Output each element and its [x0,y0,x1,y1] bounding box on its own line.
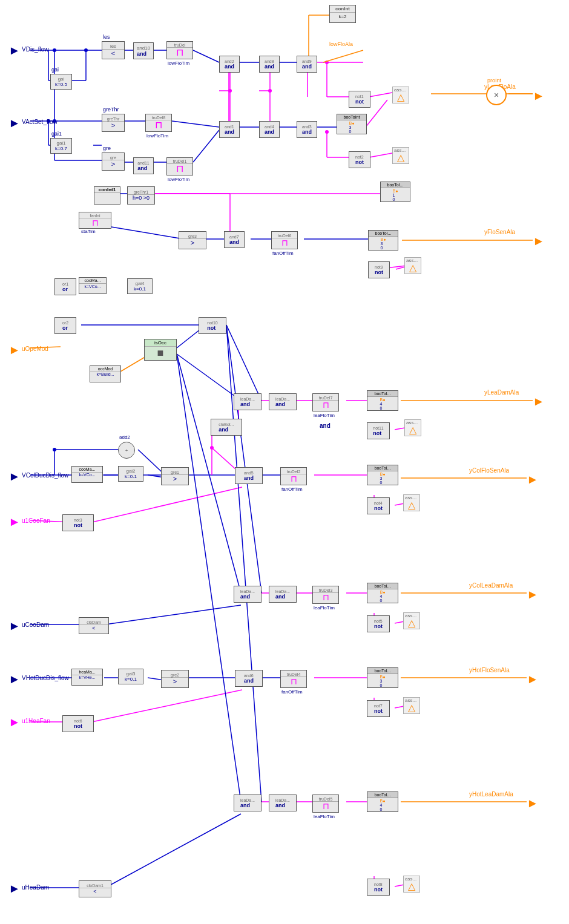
ass7-block: ass... △ [403,697,420,714]
uOpeMod-input: ► [8,343,21,357]
booToI5-block: booToI... B● 3 0 [367,465,398,485]
svg-line-104 [323,50,363,62]
gre-label: gre [103,145,111,151]
svg-point-134 [53,448,56,451]
truDel5-block: truDel5 ⊓ [312,795,339,813]
VHotDucDis_flow-input: ► [8,672,21,686]
VColDucDis_flow-input: ► [8,470,21,483]
and4-block: and4 and [259,121,280,138]
greThr1-block: greThr1 h=0 >0 [127,186,155,205]
leaDa4-block: leaDa... and [269,586,297,603]
leaDa6-block: leaDa... and [269,795,297,811]
svg-line-112 [92,487,242,522]
truDel8-sublabel: lowFloTim [146,133,168,139]
svg-point-10 [84,48,88,52]
svg-line-26 [193,130,219,162]
leaDa3-block: leaDa... and [234,586,261,603]
gai1-block: gai1 k=0.7 [50,138,72,154]
u1CooFan-input: ► [8,515,21,529]
truDel6-block: truDel6 ⊓ [271,231,298,249]
gre1-block: gre1 > [161,467,189,485]
lowFloAla-label: lowFloAla [329,41,353,47]
booToI8-block: booToI... B● 4 0 [367,791,398,812]
gai4-block: gai4 k=0.1 [127,278,153,294]
booToI7-block: booToI... B● 3 0 [367,667,398,688]
truDel6-sublabel: fanOffTim [272,251,294,256]
yHotFloSenAla-label: yHotFloSenAla [469,667,510,673]
svg-line-130 [226,325,261,593]
les-label: les [103,34,110,40]
not10-block: not10 not [199,317,226,334]
not2-block: not2 not [349,151,370,168]
greThr-block: greThr > [102,114,125,132]
not3-block: not3 not [62,514,94,531]
conInt-block: conInt k=2 [329,5,356,23]
and10-block: and10 and [133,42,154,59]
uHeaDam-label: uHeaDam [22,884,49,891]
leaDa5-block: leaDa... and [234,795,261,811]
greThr-label: greThr [103,106,119,113]
and11-block: and11 and [133,157,154,174]
booToI3-block: booToI... B● 3 0 [368,230,398,251]
les-block: les < [102,41,125,59]
cloDam-block: cloDam < [79,617,109,634]
cooMa1-block: cooMa... k=VCo... [79,277,107,294]
gai3-block: gai3 k=0.1 [118,669,143,684]
and6-block: and6 and [235,670,263,687]
VActSet_flow-input: ► [8,116,21,130]
yLowFloAla-output: ► [533,89,545,103]
svg-line-19 [172,121,219,127]
svg-line-114 [105,605,241,624]
not9-block: not9 not [368,261,390,278]
truDel2-block: truDel2 ⊓ [280,467,307,485]
not6-block: not6 not [62,715,94,732]
leaDa2-block: leaDa... and [269,393,297,410]
yFloSenAla-output: ► [533,234,545,248]
ass2-block: ass... △ [392,147,409,164]
truDel1-sublabel: lowFloTim [168,177,189,182]
truDel4-sublabel: fanOffTim [281,689,303,695]
diagram: ► VDis_flow ► VActSet_flow ► uOpeMod ► V… [0,0,569,924]
svg-point-3 [53,48,56,52]
truDel2-sublabel: fanOffTim [281,487,303,492]
leaDa1-block: leaDa... and [234,393,261,410]
u1CooFan-label: u1CooFan [22,517,50,524]
cooMa2-block: cooMa... k=VCo... [71,466,103,483]
svg-line-113 [92,690,242,722]
svg-point-110 [210,446,214,450]
and2-block: and2 and [219,56,240,73]
ass5-block: ass... △ [403,612,420,629]
gai1-label: gai1 [51,131,62,137]
ass1-block: ass... △ [392,87,409,103]
truDel3-block: truDel3 ⊓ [312,586,339,604]
gai-block: gai k=0.5 [50,74,72,90]
yHotLeaDamAla-label: yHotLeaDamAla [469,791,513,798]
u1HeaFan-label: u1HeaFan [22,718,50,724]
add2-block: + [118,442,135,459]
or2-block: or2 or [54,317,76,334]
gre-block: gre > [102,152,125,171]
truDel8-block: truDel8 ⊓ [145,114,172,132]
gai2-block: gai2 k=0.1 [118,466,143,482]
and8-block: and8 and [259,56,280,73]
booToI6-block: booToI... B● 4 0 [367,583,398,603]
gre2-block: gre2 > [161,670,189,688]
VHotDucDis_flow-label: VHotDucDis_flow [22,675,69,681]
svg-line-126 [177,354,241,401]
not4-block: not4 not [367,497,390,514]
gre3-block: gre3 > [179,231,206,249]
svg-line-129 [226,325,261,401]
svg-point-47 [325,130,329,134]
not1-block: not1 not [349,91,370,108]
add2-label: add2 [119,434,130,440]
yColLeaDamAla-output: ► [527,588,539,601]
and3-block: and3 and [297,121,317,138]
not5-block: not5 not [367,615,390,632]
ass11-block: ass... △ [404,419,421,436]
and-gate-label: and [320,422,331,429]
ass4-block: ass... △ [403,494,420,511]
uCooDam-input: ► [8,619,21,633]
booToInt1-block: booToInt B● 3 0 [337,114,367,134]
u1HeaFan-input: ► [8,715,21,729]
VDis_flow-label: VDis_flow [22,46,48,53]
